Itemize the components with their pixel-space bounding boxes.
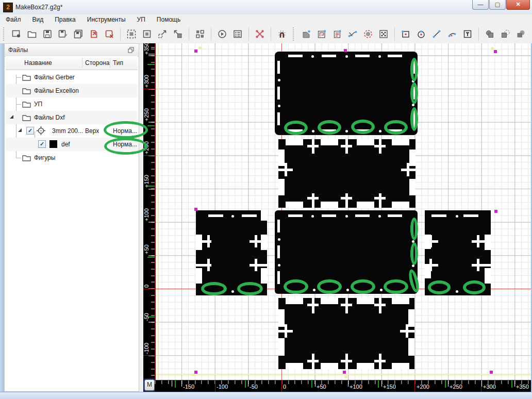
h-ruler-label: +300 xyxy=(483,384,496,390)
pattern-tool-icon[interactable] xyxy=(377,28,390,40)
expand-arrow-icon[interactable] xyxy=(18,128,22,132)
files-panel-header[interactable]: Файлы xyxy=(5,44,139,57)
save-as-icon[interactable] xyxy=(57,28,69,40)
tree-row-gerber[interactable]: Файлы Gerber xyxy=(6,71,138,84)
menu-view[interactable]: Вид xyxy=(27,15,49,24)
annotation-ellipse xyxy=(104,138,147,155)
polygon-tool-icon[interactable] xyxy=(300,28,312,40)
menu-help[interactable]: Помощь xyxy=(151,15,186,24)
minimize-button[interactable]: — xyxy=(472,0,489,10)
menu-bar: Файл Вид Правка Инструменты УП Помощь xyxy=(0,14,532,25)
open-icon[interactable] xyxy=(26,28,38,40)
bool-intersect-icon[interactable] xyxy=(514,28,527,40)
ruler-corner: M xyxy=(143,378,155,392)
def-layer-name: def xyxy=(61,141,70,148)
dxf-shape-side-left[interactable] xyxy=(196,210,267,295)
v-ruler-label: +350 xyxy=(144,43,150,55)
workspace-marker xyxy=(494,50,497,53)
menu-tools[interactable]: Инструменты xyxy=(81,15,131,24)
design-canvas[interactable] xyxy=(155,43,531,380)
run-icon[interactable] xyxy=(216,28,228,40)
dxf-shape-lid[interactable] xyxy=(275,52,418,135)
float-panel-icon[interactable] xyxy=(128,46,135,56)
annotation-ellipse xyxy=(410,218,418,240)
tree-label: Фигуры xyxy=(34,154,55,161)
workspace-marker xyxy=(494,210,497,213)
draw-circle-icon[interactable] xyxy=(415,28,427,40)
annotation-ellipse xyxy=(407,269,421,294)
column-type[interactable]: Тип xyxy=(113,59,123,66)
dxf-shape-side-front[interactable] xyxy=(278,298,414,369)
snap-grid-icon[interactable] xyxy=(276,28,288,40)
import-file-icon[interactable] xyxy=(88,28,100,40)
app-icon: 2 xyxy=(3,3,13,12)
tree-row-up[interactable]: УП xyxy=(6,97,138,111)
zoom-in-icon[interactable] xyxy=(172,28,184,40)
zoom-out-icon[interactable] xyxy=(156,28,169,40)
close-file-icon[interactable] xyxy=(103,28,115,40)
bool-subtract-icon[interactable] xyxy=(499,28,511,40)
files-panel-title: Файлы xyxy=(8,46,28,54)
folder-icon xyxy=(22,74,31,81)
close-button[interactable]: ✕ xyxy=(506,0,530,10)
units-button[interactable]: M xyxy=(144,379,155,391)
save-icon[interactable] xyxy=(41,28,54,40)
zoom-window-icon[interactable] xyxy=(141,28,153,40)
toolbar-separator xyxy=(394,27,395,41)
annotation-ellipse xyxy=(284,121,308,135)
visibility-checkbox[interactable]: ✓ xyxy=(38,140,46,148)
visibility-checkbox[interactable]: ✓ xyxy=(26,127,34,135)
new-project-icon[interactable] xyxy=(10,28,23,40)
menu-up[interactable]: УП xyxy=(131,15,151,24)
yellow-guide-h xyxy=(156,374,531,375)
zoom-extents-icon[interactable] xyxy=(125,28,138,40)
maximize-button[interactable]: ▢ xyxy=(489,0,506,10)
bool-union-icon[interactable] xyxy=(484,28,496,40)
annotation-ellipse xyxy=(463,280,486,294)
yellow-guide-v xyxy=(158,43,159,380)
dxf-file-side: Верх xyxy=(85,127,99,135)
workspace-marker xyxy=(490,371,493,374)
draw-text-icon[interactable] xyxy=(461,28,474,40)
dxf-shape-side-right[interactable] xyxy=(425,210,491,295)
workspace-marker xyxy=(343,371,346,374)
annotation-ellipse xyxy=(237,282,263,295)
tree-label: Файлы Dxf xyxy=(34,114,64,121)
menu-file[interactable]: Файл xyxy=(0,15,27,24)
v-ruler-label: -100 xyxy=(144,331,150,354)
h-ruler-label: +50 xyxy=(317,384,326,390)
crosshair-icon xyxy=(37,126,45,137)
gcode-doc-icon[interactable] xyxy=(331,28,343,40)
frame-marks-icon[interactable] xyxy=(254,28,266,40)
curve-tool-icon[interactable] xyxy=(346,28,359,40)
yellow-marker xyxy=(344,375,347,378)
v-ruler-label: 0 xyxy=(144,265,150,288)
dxf-shape-bottom-face[interactable] xyxy=(275,210,418,294)
toolbar-separator xyxy=(248,27,249,41)
pocket-tool-icon[interactable] xyxy=(315,28,328,40)
annotation-ellipse xyxy=(201,282,227,295)
tree-row-excellon[interactable]: Файлы Excellon xyxy=(6,84,138,97)
expand-arrow-icon[interactable] xyxy=(10,115,13,119)
draw-line-icon[interactable] xyxy=(430,28,443,40)
h-ruler-label: +250 xyxy=(450,384,462,390)
draw-arc-icon[interactable] xyxy=(446,28,458,40)
tile-view-icon[interactable] xyxy=(194,28,206,40)
annotation-ellipse xyxy=(351,279,375,294)
menu-edit[interactable]: Правка xyxy=(49,15,81,24)
horizontal-ruler: -150 -100 -50 0 +50 +100 +150 +200 +250 … xyxy=(155,380,531,392)
save-all-icon[interactable] xyxy=(72,28,85,40)
tree-column-header[interactable]: Название Сторона Тип xyxy=(6,56,138,70)
dxf-shape-side-back[interactable] xyxy=(278,139,415,208)
toolbar-separator xyxy=(478,27,479,41)
properties-icon[interactable] xyxy=(231,28,244,40)
layer-color-swatch[interactable] xyxy=(49,140,57,148)
column-name[interactable]: Название xyxy=(24,59,52,66)
draw-rect-icon[interactable] xyxy=(400,28,412,40)
toolbar-separator xyxy=(120,27,121,41)
annotation-ellipse xyxy=(410,58,418,81)
folder-icon xyxy=(22,87,31,94)
column-side[interactable]: Сторона xyxy=(85,59,109,66)
h-ruler-label: -150 xyxy=(183,384,194,390)
drill-tool-icon[interactable] xyxy=(362,28,374,40)
